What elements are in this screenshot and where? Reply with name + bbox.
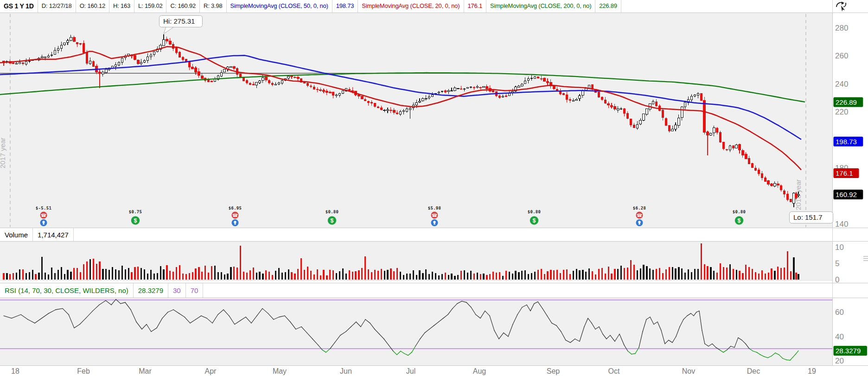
volume-pane-header: Volume 1,714,427: [0, 228, 868, 242]
x-axis-label: Nov: [682, 367, 695, 375]
rsi-level-low: 30: [168, 283, 186, 298]
rsi-level-high: 70: [186, 283, 204, 298]
header-quote-low: L: 159.02: [134, 0, 166, 13]
svg-text:160.92: 160.92: [836, 191, 857, 198]
x-axis-label: Feb: [77, 367, 90, 375]
x-axis-label: Dec: [747, 367, 760, 375]
dividend-icon[interactable]: $: [131, 216, 140, 224]
x-axis-label: 19: [808, 367, 816, 375]
rsi-tick: 60: [835, 308, 844, 317]
volume-label: Volume: [0, 228, 33, 241]
price-tick: 280: [835, 24, 848, 32]
header-symbol-timeframe: GS 1 Y 1D: [0, 0, 38, 13]
event-label: $6.28: [633, 206, 646, 210]
event-label: $5.98: [428, 206, 441, 210]
x-axis-label: Jun: [340, 367, 352, 375]
event-label: $0.75: [129, 210, 142, 214]
chart-header: GS 1 Y 1DD: 12/27/18O: 160.12H: 163L: 15…: [0, 0, 868, 13]
x-axis-label: Aug: [473, 367, 486, 375]
trading-chart-app: 2017 year2018 year$-5.51☎$0.75$$6.95☎$0.…: [0, 0, 868, 376]
svg-text:$: $: [533, 217, 536, 224]
volume-value: 1,714,427: [33, 228, 74, 241]
event-label: $0.80: [326, 210, 339, 214]
dividend-icon[interactable]: $: [530, 216, 538, 224]
price-tick: 220: [835, 108, 848, 116]
header-sma20-label: SimpleMovingAvg (CLOSE, 20, 0, no): [358, 0, 464, 13]
dividend-icon[interactable]: $: [735, 216, 743, 224]
svg-text:Lo: 151.7: Lo: 151.7: [793, 213, 823, 221]
dividend-icon[interactable]: $: [328, 216, 336, 224]
header-quote-date: D: 12/27/18: [38, 0, 76, 13]
svg-text:$: $: [331, 217, 334, 224]
header-quote-open: O: 160.12: [76, 0, 109, 13]
volume-pane-grip[interactable]: [863, 256, 868, 261]
x-axis-label: Apr: [205, 367, 217, 375]
svg-text:$: $: [134, 217, 137, 224]
svg-text:28.3279: 28.3279: [836, 347, 861, 355]
conference-call-icon[interactable]: [636, 219, 643, 226]
x-axis-label: Sep: [547, 367, 560, 375]
rsi-current-value: 28.3279: [134, 283, 168, 298]
x-axis-label: 18: [11, 367, 19, 375]
price-tick: 240: [835, 80, 848, 89]
header-quote-close: C: 160.92: [166, 0, 200, 13]
conference-call-icon[interactable]: [431, 219, 438, 226]
price-tick: 260: [835, 51, 848, 60]
header-sma50-value: 198.73: [332, 0, 358, 13]
x-axis-label: May: [273, 367, 287, 375]
event-label: $6.95: [229, 206, 242, 210]
rsi-tick: 40: [835, 332, 844, 341]
svg-text:☎: ☎: [232, 213, 238, 218]
rsi-pane-header: RSI (14, 70, 30, CLOSE, WILDERS, no) 28.…: [0, 283, 868, 298]
conference-call-icon[interactable]: [40, 219, 47, 226]
x-axis-label: Oct: [608, 367, 620, 375]
header-sma200-value: 226.89: [595, 0, 621, 13]
event-label: $-5.51: [36, 206, 51, 210]
svg-text:☎: ☎: [432, 213, 437, 218]
year-label: 2017 year: [0, 138, 6, 169]
svg-text:226.89: 226.89: [836, 98, 857, 106]
header-sma20-value: 176.1: [464, 0, 487, 13]
event-label: $0.80: [528, 210, 541, 214]
x-axis-label: Mar: [139, 367, 152, 375]
earnings-call-icon[interactable]: ☎: [431, 212, 438, 219]
svg-text:176.1: 176.1: [836, 169, 853, 177]
rsi-study-label: RSI (14, 70, 30, CLOSE, WILDERS, no): [0, 283, 134, 298]
rsi-tick: 20: [835, 357, 844, 365]
svg-text:$: $: [738, 217, 741, 224]
volume-tick: 5: [835, 259, 839, 268]
cursor-tool-icon[interactable]: [836, 1, 848, 12]
svg-text:198.73: 198.73: [836, 138, 857, 146]
pane-backgrounds: [0, 13, 832, 365]
earnings-call-icon[interactable]: ☎: [636, 212, 643, 219]
svg-text:☎: ☎: [637, 213, 642, 218]
chart-canvas[interactable]: 2017 year2018 year$-5.51☎$0.75$$6.95☎$0.…: [0, 0, 868, 376]
conference-call-icon[interactable]: [232, 219, 239, 226]
x-axis-label: Jul: [406, 367, 415, 375]
svg-text:☎: ☎: [41, 213, 46, 218]
earnings-call-icon[interactable]: ☎: [232, 212, 239, 219]
header-quote-high: H: 163: [109, 0, 134, 13]
header-sma200-label: SimpleMovingAvg (CLOSE, 200, 0, no): [486, 0, 595, 13]
earnings-call-icon[interactable]: ☎: [40, 212, 47, 219]
header-sma50-label: SimpleMovingAvg (CLOSE, 50, 0, no): [227, 0, 332, 13]
header-quote-range: R: 3.98: [200, 0, 227, 13]
volume-tick: 10: [835, 243, 844, 252]
svg-text:Hi: 275.31: Hi: 275.31: [163, 17, 195, 25]
price-tick: 140: [835, 220, 848, 229]
event-label: $0.80: [733, 210, 746, 214]
